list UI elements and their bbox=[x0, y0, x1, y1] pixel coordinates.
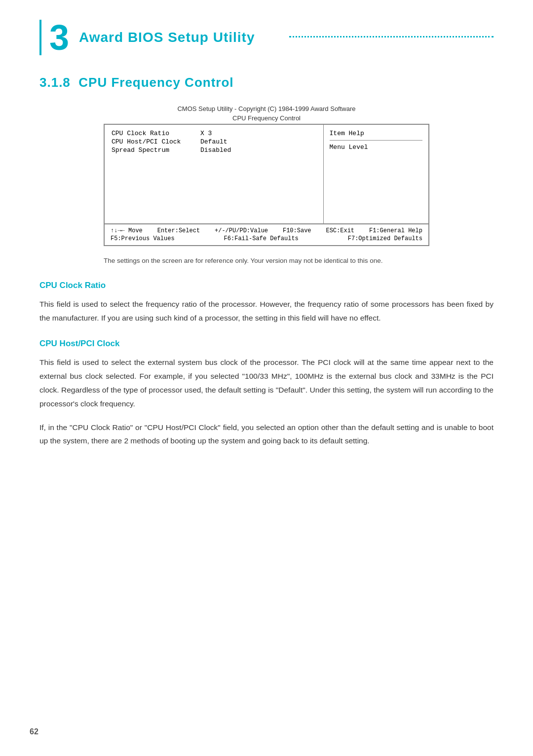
header-title: Award BIOS Setup Utility bbox=[79, 30, 283, 45]
bios-footer-row-1: ↑↓→← Move Enter:Select +/-/PU/PD:Value F… bbox=[111, 227, 422, 234]
bios-footer-enter: Enter:Select bbox=[157, 227, 200, 234]
bios-right-panel: Item Help Menu Level bbox=[324, 125, 428, 223]
bios-caption-line1: CMOS Setup Utility - Copyright (C) 1984-… bbox=[177, 105, 355, 112]
bios-footer-row-2: F5:Previous Values F6:Fail-Safe Defaults… bbox=[111, 235, 422, 242]
cpu-clock-ratio-text: This field is used to select the frequen… bbox=[39, 297, 494, 325]
bios-field-name-2: CPU Host/PCI Clock bbox=[112, 138, 190, 145]
bios-field-value-3: Disabled bbox=[200, 146, 231, 154]
bios-screenshot: CMOS Setup Utility - Copyright (C) 1984-… bbox=[39, 105, 494, 246]
cpu-host-pci-text-1: This field is used to select the externa… bbox=[39, 356, 494, 411]
page-header: 3 Award BIOS Setup Utility bbox=[39, 20, 494, 55]
bios-empty-space bbox=[112, 155, 316, 214]
header-decoration bbox=[289, 36, 494, 37]
bios-footer-f6: F6:Fail-Safe Defaults bbox=[224, 235, 299, 242]
bios-field-value-1: X 3 bbox=[200, 130, 212, 137]
bios-footer-f5: F5:Previous Values bbox=[111, 235, 175, 242]
bios-field-name-1: CPU Clock Ratio bbox=[112, 130, 190, 137]
chapter-number: 3 bbox=[49, 20, 69, 55]
bios-field-name-3: Spread Spectrum bbox=[112, 146, 190, 154]
bios-screen-box: CPU Clock Ratio X 3 CPU Host/PCI Clock D… bbox=[104, 124, 429, 246]
bios-field-value-2: Default bbox=[200, 138, 228, 145]
bios-footer-nav: ↑↓→← Move bbox=[111, 227, 143, 234]
bios-footer-f1: F1:General Help bbox=[369, 227, 422, 234]
bios-footer-value: +/-/PU/PD:Value bbox=[215, 227, 268, 234]
bios-row-3: Spread Spectrum Disabled bbox=[112, 146, 316, 154]
bios-footer: ↑↓→← Move Enter:Select +/-/PU/PD:Value F… bbox=[105, 224, 428, 245]
cpu-host-pci-title: CPU Host/PCI Clock bbox=[39, 339, 494, 349]
bios-row-1: CPU Clock Ratio X 3 bbox=[112, 130, 316, 137]
cpu-host-pci-text-2: If, in the "CPU Clock Ratio" or "CPU Hos… bbox=[39, 421, 494, 448]
bios-row-2: CPU Host/PCI Clock Default bbox=[112, 138, 316, 145]
bios-main-area: CPU Clock Ratio X 3 CPU Host/PCI Clock D… bbox=[105, 125, 428, 224]
bios-item-help-label: Item Help bbox=[330, 130, 422, 141]
bios-footer-f7: F7:Optimized Defaults bbox=[348, 235, 422, 242]
cpu-clock-ratio-title: CPU Clock Ratio bbox=[39, 281, 494, 290]
bios-menu-level: Menu Level bbox=[330, 144, 422, 151]
bios-footer-f10: F10:Save bbox=[283, 227, 311, 234]
reference-note: The settings on the screen are for refer… bbox=[104, 256, 429, 266]
bios-footer-esc: ESC:Exit bbox=[326, 227, 354, 234]
section-title: 3.1.8 CPU Frequency Control bbox=[39, 75, 494, 90]
bios-caption-line2: CPU Frequency Control bbox=[232, 114, 301, 122]
bios-left-panel: CPU Clock Ratio X 3 CPU Host/PCI Clock D… bbox=[105, 125, 324, 223]
page-number: 62 bbox=[30, 727, 38, 736]
